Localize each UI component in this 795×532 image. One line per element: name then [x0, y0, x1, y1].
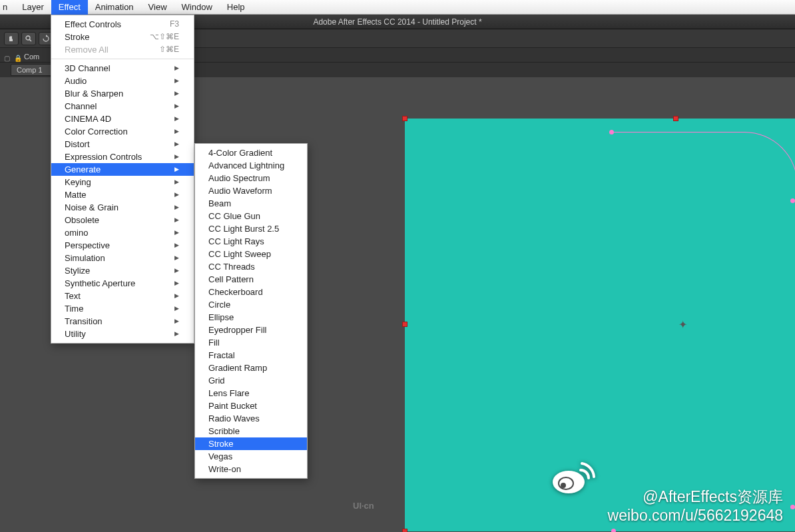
- lock-icon[interactable]: [14, 51, 23, 60]
- menu-item-distort[interactable]: Distort▶: [51, 138, 194, 150]
- menu-item-label: Blur & Sharpen: [65, 87, 123, 100]
- submenu-item-label: Lens Flare: [208, 387, 249, 399]
- bbox-handle[interactable]: [402, 529, 407, 532]
- menu-item-obsolete[interactable]: Obsolete▶: [51, 214, 194, 226]
- submenu-item-advanced-lightning[interactable]: Advanced Lightning: [195, 159, 307, 172]
- menu-item-channel[interactable]: Channel▶: [51, 100, 194, 113]
- submenu-item-4-color-gradient[interactable]: 4-Color Gradient: [195, 146, 307, 159]
- path-vertex[interactable]: [611, 529, 616, 532]
- submenu-item-lens-flare[interactable]: Lens Flare: [195, 387, 307, 399]
- menu-item-time[interactable]: Time▶: [51, 302, 194, 315]
- menu-item-generate[interactable]: Generate▶: [51, 163, 194, 176]
- menu-item-stylize[interactable]: Stylize▶: [51, 264, 194, 277]
- menu-window[interactable]: Window: [174, 0, 220, 15]
- submenu-item-label: CC Light Sweep: [208, 248, 271, 260]
- menu-item-utility[interactable]: Utility▶: [51, 328, 194, 340]
- menu-effect[interactable]: Effect: [51, 0, 88, 15]
- menu-item-label: Perspective: [65, 239, 110, 252]
- mask-path[interactable]: [611, 132, 795, 531]
- menu-item-noise-grain[interactable]: Noise & Grain▶: [51, 201, 194, 214]
- solid-layer[interactable]: ✦: [405, 119, 795, 531]
- submenu-item-cc-light-rays[interactable]: CC Light Rays: [195, 235, 307, 248]
- submenu-item-audio-spectrum[interactable]: Audio Spectrum: [195, 172, 307, 184]
- submenu-arrow-icon: ▶: [174, 87, 179, 100]
- menu-item-label: Stroke: [65, 31, 90, 43]
- menu-item-omino[interactable]: omino▶: [51, 226, 194, 239]
- submenu-item-paint-bucket[interactable]: Paint Bucket: [195, 399, 307, 412]
- submenu-arrow-icon: ▶: [174, 277, 179, 290]
- menu-item-audio[interactable]: Audio▶: [51, 75, 194, 87]
- submenu-item-cc-light-burst-2-5[interactable]: CC Light Burst 2.5: [195, 222, 307, 235]
- menu-item-effect-controls[interactable]: Effect Controls F3: [51, 18, 194, 31]
- menu-item-keying[interactable]: Keying▶: [51, 176, 194, 188]
- submenu-item-checkerboard[interactable]: Checkerboard: [195, 286, 307, 298]
- submenu-item-stroke[interactable]: Stroke: [195, 437, 307, 450]
- submenu-item-eyedropper-fill[interactable]: Eyedropper Fill: [195, 324, 307, 336]
- submenu-item-label: Radio Waves: [208, 412, 260, 425]
- submenu-arrow-icon: ▶: [174, 188, 179, 201]
- menu-item-matte[interactable]: Matte▶: [51, 188, 194, 201]
- comp-tab[interactable]: Comp 1: [11, 64, 57, 76]
- path-vertex[interactable]: [790, 505, 795, 509]
- menu-item-label: Utility: [65, 328, 86, 340]
- submenu-arrow-icon: ▶: [174, 201, 179, 214]
- submenu-arrow-icon: ▶: [174, 150, 179, 163]
- menu-item-label: Synthetic Aperture: [65, 277, 135, 290]
- menu-item-label: Remove All: [65, 43, 109, 56]
- submenu-item-cc-light-sweep[interactable]: CC Light Sweep: [195, 248, 307, 260]
- menu-item-3d-channel[interactable]: 3D Channel▶: [51, 62, 194, 75]
- submenu-item-radio-waves[interactable]: Radio Waves: [195, 412, 307, 425]
- anchor-point-icon[interactable]: ✦: [678, 320, 687, 330]
- menu-item-cinema-4d[interactable]: CINEMA 4D▶: [51, 113, 194, 125]
- submenu-item-write-on[interactable]: Write-on: [195, 463, 307, 475]
- submenu-item-label: Ellipse: [208, 311, 234, 324]
- menu-item-transition[interactable]: Transition▶: [51, 315, 194, 328]
- menu-prev-partial[interactable]: n: [0, 0, 15, 15]
- submenu-item-fractal[interactable]: Fractal: [195, 349, 307, 362]
- generate-submenu: 4-Color GradientAdvanced LightningAudio …: [194, 143, 308, 479]
- bbox-handle[interactable]: [673, 116, 678, 121]
- submenu-item-vegas[interactable]: Vegas: [195, 450, 307, 463]
- submenu-arrow-icon: ▶: [174, 264, 179, 277]
- menu-view[interactable]: View: [141, 0, 174, 15]
- submenu-item-circle[interactable]: Circle: [195, 298, 307, 311]
- menu-item-synthetic-aperture[interactable]: Synthetic Aperture▶: [51, 277, 194, 290]
- submenu-item-cell-pattern[interactable]: Cell Pattern: [195, 273, 307, 286]
- menu-item-label: Distort: [65, 138, 90, 150]
- submenu-item-fill[interactable]: Fill: [195, 336, 307, 349]
- path-vertex[interactable]: [790, 198, 795, 203]
- submenu-item-label: Fractal: [208, 349, 235, 362]
- menu-layer[interactable]: Layer: [15, 0, 51, 15]
- submenu-item-gradient-ramp[interactable]: Gradient Ramp: [195, 362, 307, 374]
- submenu-item-grid[interactable]: Grid: [195, 374, 307, 387]
- path-vertex[interactable]: [609, 130, 614, 134]
- submenu-item-label: Write-on: [208, 463, 241, 475]
- menu-item-text[interactable]: Text▶: [51, 290, 194, 302]
- menu-animation[interactable]: Animation: [88, 0, 141, 15]
- menu-item-label: Time: [65, 302, 83, 315]
- menu-item-blur-sharpen[interactable]: Blur & Sharpen▶: [51, 87, 194, 100]
- menu-item-color-correction[interactable]: Color Correction▶: [51, 125, 194, 138]
- submenu-item-beam[interactable]: Beam: [195, 197, 307, 210]
- menu-item-expression-controls[interactable]: Expression Controls▶: [51, 150, 194, 163]
- submenu-arrow-icon: ▶: [174, 163, 179, 176]
- submenu-item-ellipse[interactable]: Ellipse: [195, 311, 307, 324]
- menu-item-label: Color Correction: [65, 125, 128, 138]
- menu-item-simulation[interactable]: Simulation▶: [51, 252, 194, 264]
- bbox-handle[interactable]: [402, 116, 407, 121]
- tool-hand-icon[interactable]: [4, 32, 19, 45]
- tool-zoom-icon[interactable]: [21, 32, 36, 45]
- submenu-item-scribble[interactable]: Scribble: [195, 425, 307, 437]
- panel-tab-label[interactable]: Com: [24, 53, 39, 61]
- menu-help[interactable]: Help: [220, 0, 252, 15]
- menu-item-label: Expression Controls: [65, 150, 142, 163]
- submenu-arrow-icon: ▶: [174, 302, 179, 315]
- submenu-item-cc-threads[interactable]: CC Threads: [195, 260, 307, 273]
- submenu-item-audio-waveform[interactable]: Audio Waveform: [195, 184, 307, 197]
- submenu-item-label: Stroke: [208, 437, 234, 450]
- bbox-handle[interactable]: [402, 322, 407, 327]
- menu-item-shortcut: ⌥⇧⌘E: [150, 31, 179, 43]
- menu-item-last-effect[interactable]: Stroke ⌥⇧⌘E: [51, 31, 194, 43]
- menu-item-perspective[interactable]: Perspective▶: [51, 239, 194, 252]
- submenu-item-cc-glue-gun[interactable]: CC Glue Gun: [195, 210, 307, 222]
